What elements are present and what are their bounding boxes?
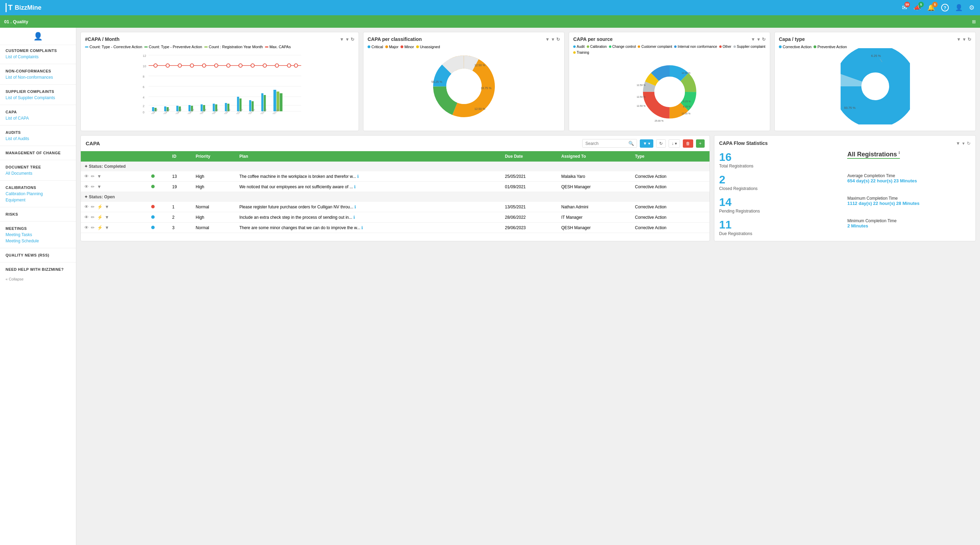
sidebar-item-list-of-complaints[interactable]: List of Complaints	[6, 54, 70, 60]
breadcrumb-grid-icon[interactable]: ⊞	[972, 19, 976, 24]
legend-dot-preventive	[144, 46, 148, 48]
view-icon[interactable]: 👁	[84, 184, 89, 189]
user-icon: 👤	[955, 4, 963, 11]
legend-registration: Count : Registration Year Month	[204, 45, 263, 49]
sidebar-title-supplier-complaints: SUPPLIER COMPLAINTS	[6, 89, 70, 94]
sidebar-item-list-capa[interactable]: List of CAPA	[6, 116, 70, 121]
sidebar-item-meeting-schedule[interactable]: Meeting Schedule	[6, 238, 70, 244]
svg-point-88	[848, 59, 903, 114]
edit-icon[interactable]: ✏	[91, 225, 95, 230]
chevron-down-icon[interactable]: ▼	[105, 215, 109, 220]
info-icon[interactable]: ℹ	[354, 184, 356, 189]
svg-text:6: 6	[143, 85, 145, 89]
chart-capa-month-title: #CAPA / Month ▼ ▾ ↻	[85, 37, 355, 42]
sidebar-item-list-audits[interactable]: List of Audits	[6, 136, 70, 141]
filter-button[interactable]: ▼ ▾	[640, 139, 653, 148]
help-icon-button[interactable]: ?	[941, 4, 949, 11]
svg-text:12.50 %: 12.50 %	[637, 84, 645, 86]
sidebar-item-all-documents[interactable]: All Documents	[6, 170, 70, 176]
filter-icon-2[interactable]: ▼	[545, 37, 550, 42]
classification-legend: Critical Major Minor Unassigned	[368, 45, 560, 49]
lightning-icon[interactable]: ⚡	[97, 225, 103, 230]
capa-search-input[interactable]	[585, 141, 627, 146]
view-icon[interactable]: 👁	[84, 215, 89, 220]
col-id: ID	[169, 151, 192, 162]
row-due-date: 01/09/2021	[501, 182, 558, 192]
capa-table-body: ✦ Status: Completed 👁 ✏ ▼ 13 High The	[81, 162, 710, 233]
edit-icon[interactable]: ✏	[91, 184, 95, 189]
view-icon[interactable]: 👁	[84, 225, 89, 230]
refresh-icon[interactable]: ↻	[351, 37, 355, 42]
sidebar-section-meetings: MEETINGS Meeting Tasks Meeting Schedule	[0, 223, 76, 246]
user-icon-button[interactable]: 👤	[955, 4, 963, 11]
filter-icon[interactable]: ▼	[339, 37, 344, 42]
row-assigned-to: QESH Manager	[558, 182, 632, 192]
svg-text:6.25 %: 6.25 %	[871, 54, 881, 57]
chevron-down-icon[interactable]: ▼	[105, 204, 109, 210]
filter-icon-3[interactable]: ▼	[751, 37, 755, 42]
info-icon[interactable]: ℹ	[357, 174, 359, 179]
sidebar-item-list-non-conformances[interactable]: List of Non-conformances	[6, 75, 70, 80]
svg-text:0: 0	[143, 111, 145, 114]
edit-icon[interactable]: ✏	[91, 204, 95, 210]
download-button[interactable]: ↓ ▾	[668, 139, 680, 148]
info-icon[interactable]: ℹ	[361, 226, 363, 230]
lightning-icon[interactable]: ⚡	[97, 204, 103, 210]
info-icon[interactable]: ℹ	[355, 205, 356, 210]
refresh-table-button[interactable]: ↻	[656, 139, 666, 148]
breadcrumb: 01 . Quality ⊞	[0, 15, 980, 28]
lightning-icon[interactable]: ⚡	[97, 215, 103, 220]
chevron-down-icon[interactable]: ▼	[97, 174, 102, 179]
settings-icon-button[interactable]: ⚙	[969, 4, 974, 11]
refresh-flow-icon[interactable]: ↻	[967, 141, 970, 146]
edit-icon[interactable]: ✏	[91, 215, 95, 220]
view-icon[interactable]: 👁	[84, 174, 89, 179]
delete-button[interactable]: 🗑	[683, 139, 693, 148]
mail-icon-button[interactable]: ✉ 59	[902, 4, 907, 11]
refresh-icon-4[interactable]: ↻	[967, 37, 971, 42]
caret-flow-icon[interactable]: ▾	[963, 141, 965, 146]
filter-icon-4[interactable]: ▼	[956, 37, 961, 42]
col-priority: Priority	[192, 151, 236, 162]
sidebar-title-quality-news: QUALITY NEWS (RSS)	[6, 253, 70, 257]
caret-icon-3[interactable]: ▾	[757, 37, 760, 42]
row-priority: Normal	[192, 202, 236, 212]
sidebar-item-equipment[interactable]: Equipment	[6, 197, 70, 203]
refresh-icon-3[interactable]: ↻	[762, 37, 766, 42]
info-icon[interactable]: ℹ	[353, 215, 355, 220]
megaphone-icon-button[interactable]: 📣 5	[913, 4, 921, 11]
caret-icon-2[interactable]: ▾	[552, 37, 554, 42]
priority-dot-cell	[148, 171, 169, 182]
bell-icon-button[interactable]: 🔔 5	[927, 4, 935, 11]
row-assigned-to: IT Manager	[558, 212, 632, 222]
edit-icon[interactable]: ✏	[91, 174, 95, 179]
refresh-icon-2[interactable]: ↻	[556, 37, 560, 42]
chevron-down-icon[interactable]: ▼	[105, 225, 109, 230]
filter-flow-icon[interactable]: ▼	[956, 141, 960, 146]
add-button[interactable]: +	[696, 139, 705, 148]
svg-text:12.50 %: 12.50 %	[474, 64, 485, 67]
stat-min-time-value: 2 Minutes	[847, 223, 970, 229]
sidebar-item-calibration-planning[interactable]: Calibration Planning	[6, 191, 70, 197]
sidebar-section-need-help: NEED HELP WITH BIZZMINE?	[0, 264, 76, 275]
svg-point-24	[263, 64, 267, 67]
row-due-date: 29/06/2023	[501, 222, 558, 233]
stat-pending-number: 14	[719, 196, 843, 209]
capa-search-box[interactable]: 🔍	[582, 139, 637, 148]
stat-closed: 2 Closed Registrations	[719, 173, 843, 191]
sidebar-title-customer-complaints: CUSTOMER COMPLAINTS	[6, 49, 70, 53]
row-id: 13	[169, 171, 192, 182]
stat-pending: 14 Pending Registrations	[719, 196, 843, 214]
chevron-down-icon[interactable]: ▼	[97, 184, 102, 189]
caret-icon[interactable]: ▾	[346, 37, 348, 42]
sidebar-section-audits: AUDITS List of Audits	[0, 127, 76, 144]
sidebar-item-meeting-tasks[interactable]: Meeting Tasks	[6, 232, 70, 237]
sidebar-item-list-supplier-complaints[interactable]: List of Supplier Complaints	[6, 95, 70, 100]
caret-icon-4[interactable]: ▾	[963, 37, 966, 42]
sidebar-collapse-button[interactable]: « Collapse	[0, 275, 76, 283]
svg-point-17	[178, 64, 182, 67]
capa-table-header-row: ID Priority Plan Due Date Assigned To Ty…	[81, 151, 710, 162]
view-icon[interactable]: 👁	[84, 204, 89, 210]
sidebar-title-document-tree: DOCUMENT TREE	[6, 165, 70, 169]
capa-toolbar: 🔍 ▼ ▾ ↻ ↓ ▾ 🗑 +	[582, 139, 705, 148]
